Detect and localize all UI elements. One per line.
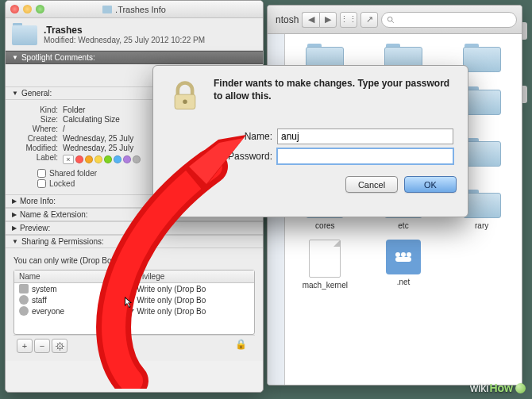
search-icon	[387, 16, 395, 24]
permission-footer: + − 🔒	[13, 335, 255, 356]
finder-toolbar: ntosh ◀ ▶ ⋮⋮ ↗	[268, 6, 522, 34]
label-blue[interactable]	[114, 155, 121, 163]
group-icon	[19, 306, 29, 316]
perm-row[interactable]: staffWrite only (Drop Bo	[14, 294, 254, 305]
password-input[interactable]	[277, 148, 453, 164]
zoom-button[interactable]	[36, 5, 44, 13]
back-button[interactable]: ◀	[302, 12, 319, 28]
svg-point-7	[59, 345, 60, 347]
folder-icon	[463, 42, 501, 72]
permission-table: Name Privilege systemWrite only (Drop Bo…	[13, 270, 255, 335]
item-modified: Modified: Wednesday, 25 July 2012 10:22 …	[44, 36, 205, 44]
section-preview[interactable]: ▶Preview:	[6, 221, 263, 235]
label-yellow[interactable]	[94, 155, 102, 163]
action-button[interactable]	[52, 339, 67, 353]
group-icon	[19, 295, 29, 305]
ok-button[interactable]: OK	[404, 176, 457, 193]
item-name: .Trashes	[44, 25, 205, 36]
label-purple[interactable]	[123, 155, 131, 163]
view-button[interactable]: ⋮⋮	[340, 12, 357, 28]
label-green[interactable]	[104, 155, 112, 163]
permission-note: You can only write (Drop Box)	[13, 253, 255, 270]
finder-item[interactable]: .net	[367, 240, 441, 290]
sharing-body: You can only write (Drop Box) Name Privi…	[6, 248, 263, 361]
logo-icon	[515, 383, 526, 393]
finder-title: ntosh	[272, 14, 299, 25]
auth-message: Finder wants to make changes. Type your …	[214, 77, 455, 115]
info-titlebar[interactable]: .Trashes Info	[6, 1, 263, 18]
file-icon	[309, 240, 341, 278]
label-red[interactable]	[75, 155, 83, 163]
remove-permission-button[interactable]: −	[34, 339, 50, 353]
svg-point-4	[407, 252, 411, 257]
info-header: .Trashes Modified: Wednesday, 25 July 20…	[6, 18, 263, 51]
traffic-lights	[10, 5, 44, 13]
lock-icon	[166, 77, 204, 115]
network-icon	[386, 240, 421, 274]
label-colors: ×	[63, 155, 141, 164]
svg-line-1	[392, 21, 394, 22]
name-input[interactable]	[277, 129, 453, 144]
svg-point-0	[388, 17, 393, 21]
label-orange[interactable]	[85, 155, 93, 163]
section-spotlight[interactable]: ▼Spotlight Comments:	[6, 51, 263, 64]
person-icon	[19, 284, 29, 293]
svg-point-2	[395, 252, 400, 257]
cancel-button[interactable]: Cancel	[345, 176, 398, 193]
forward-button[interactable]: ▶	[319, 12, 337, 28]
svg-point-9	[183, 100, 187, 104]
section-sharing[interactable]: ▼Sharing & Permissions:	[6, 235, 263, 248]
svg-point-3	[401, 252, 406, 257]
close-button[interactable]	[10, 5, 19, 13]
name-label: Name:	[220, 131, 272, 142]
folder-icon	[102, 6, 112, 13]
lock-icon[interactable]: 🔒	[235, 339, 252, 353]
svg-rect-5	[395, 257, 411, 262]
auth-dialog[interactable]: Finder wants to make changes. Type your …	[152, 65, 468, 217]
minimize-button[interactable]	[23, 5, 32, 13]
perm-row[interactable]: everyoneWrite only (Drop Bo	[14, 305, 254, 317]
finder-item[interactable]: mach_kernel	[288, 240, 362, 290]
wikihow-watermark: wikiHow	[470, 382, 526, 394]
add-permission-button[interactable]: +	[17, 339, 33, 353]
perm-row[interactable]: systemWrite only (Drop Bo	[14, 283, 254, 294]
share-button[interactable]: ↗	[360, 12, 378, 28]
window-title: .Trashes Info	[115, 5, 166, 14]
label-clear-button[interactable]: ×	[63, 155, 74, 164]
folder-icon	[12, 23, 37, 45]
search-input[interactable]	[381, 12, 517, 28]
label-gray[interactable]	[133, 155, 141, 163]
nav-buttons: ◀ ▶	[302, 12, 337, 28]
password-label: Password:	[220, 151, 272, 162]
